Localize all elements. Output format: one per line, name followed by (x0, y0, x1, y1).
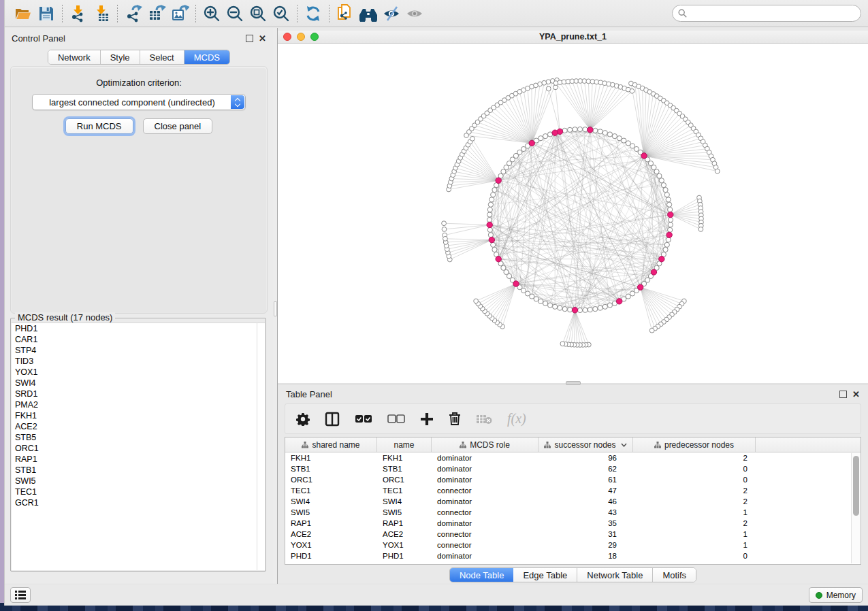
table-row[interactable]: ACE2ACE2connector311 (285, 529, 861, 540)
delete-column-button[interactable] (449, 412, 461, 426)
mcds-result-item[interactable]: PMA2 (12, 399, 265, 410)
mcds-result-item[interactable]: ORC1 (12, 443, 265, 454)
dropdown-stepper-icon (231, 95, 244, 109)
network-canvas[interactable] (278, 44, 868, 383)
tree-icon (544, 442, 551, 448)
add-column-button[interactable] (420, 412, 434, 426)
column-header-MCDS-role[interactable]: MCDS role (432, 437, 539, 452)
mcds-result-item[interactable]: ACE2 (12, 421, 265, 432)
table-row[interactable]: TEC1TEC1connector472 (285, 485, 861, 496)
close-panel-button[interactable]: Close panel (143, 118, 213, 134)
mcds-result-item[interactable]: STB1 (12, 465, 265, 476)
zoom-out-button[interactable] (223, 3, 246, 24)
table-row[interactable]: RAP1RAP1dominator352 (285, 518, 861, 529)
mcds-result-item[interactable]: SWI5 (12, 476, 265, 486)
task-history-button[interactable] (10, 587, 31, 603)
table-scrollbar[interactable] (851, 453, 860, 563)
eye-icon (405, 5, 424, 22)
mcds-result-item[interactable]: TID3 (12, 356, 265, 367)
mcds-result-item[interactable]: YOX1 (12, 367, 265, 378)
export-network-button[interactable] (122, 3, 145, 24)
run-mcds-button[interactable]: Run MCDS (65, 118, 133, 134)
export-image-button[interactable] (168, 3, 191, 24)
table-row[interactable]: PHD1PHD1dominator180 (285, 550, 861, 561)
show-panel-button[interactable] (403, 3, 426, 24)
vertical-splitter[interactable] (273, 28, 278, 584)
search-icon (678, 9, 687, 18)
control-panel-header: Control Panel ✕ (5, 31, 273, 46)
export-table-button[interactable] (145, 3, 168, 24)
table-settings-button[interactable] (296, 412, 310, 426)
column-header-successor-nodes[interactable]: successor nodes (539, 437, 633, 452)
select-all-button[interactable] (355, 414, 372, 424)
tab-style[interactable]: Style (101, 50, 140, 64)
memory-button[interactable]: Memory (809, 587, 863, 603)
table-panel-header: Table Panel ✕ (278, 386, 868, 401)
save-button[interactable] (35, 3, 58, 24)
refresh-button[interactable] (302, 3, 325, 24)
import-table-button[interactable] (90, 3, 113, 24)
splitter-grip[interactable] (274, 301, 277, 316)
table-row[interactable]: FKH1FKH1dominator962 (285, 452, 861, 463)
checkboxes-unchecked-icon (387, 414, 405, 424)
float-panel-icon[interactable] (839, 391, 847, 398)
mcds-list-scrollbar[interactable] (257, 323, 257, 570)
float-panel-icon[interactable] (246, 35, 253, 42)
mcds-result-item[interactable]: STB5 (12, 432, 265, 443)
hide-panel-button[interactable] (380, 3, 403, 24)
table-row[interactable]: YOX1YOX1connector291 (285, 540, 861, 550)
mcds-result-item[interactable]: PHD1 (12, 323, 265, 334)
cell-successor-nodes: 35 (539, 518, 633, 529)
mcds-result-list[interactable]: PHD1CAR1STP4TID3YOX1SWI4SRD1PMA2FKH1ACE2… (12, 323, 265, 570)
delete-table-button[interactable] (476, 414, 492, 425)
zoom-fit-icon (249, 5, 267, 22)
mcds-result-item[interactable]: GCR1 (12, 497, 265, 508)
mcds-result-item[interactable]: SRD1 (12, 389, 265, 399)
search-network-button[interactable] (357, 3, 380, 24)
cell-MCDS-role: connector (432, 540, 539, 550)
tab-select[interactable]: Select (140, 50, 184, 64)
close-panel-icon[interactable]: ✕ (852, 391, 860, 398)
table-row[interactable]: STB1STB1dominator620 (285, 463, 861, 474)
cell-successor-nodes: 62 (539, 463, 633, 474)
table-row[interactable]: ORC1ORC1dominator610 (285, 474, 861, 485)
toolbar-separator (62, 5, 63, 22)
column-selector-button[interactable] (325, 412, 340, 427)
zoom-fit-button[interactable] (246, 3, 270, 24)
column-header-predecessor-nodes[interactable]: predecessor nodes (633, 437, 756, 452)
optimization-criterion-dropdown[interactable]: largest connected component (undirected) (32, 94, 246, 110)
tab-network-table[interactable]: Network Table (577, 568, 653, 582)
cell-name: TEC1 (377, 485, 432, 496)
function-builder-button[interactable]: f(x) (507, 411, 526, 427)
zoom-in-button[interactable] (200, 3, 223, 24)
clone-network-button[interactable] (334, 3, 357, 24)
search-input[interactable] (672, 5, 861, 22)
tab-edge-table[interactable]: Edge Table (513, 568, 577, 582)
tab-mcds[interactable]: MCDS (184, 50, 229, 64)
import-network-button[interactable] (67, 3, 90, 24)
mcds-result-item[interactable]: CAR1 (12, 334, 265, 345)
zoom-selected-icon (272, 5, 290, 22)
close-panel-icon[interactable]: ✕ (259, 35, 266, 42)
scrollbar-thumb[interactable] (853, 456, 859, 516)
network-graph[interactable] (278, 44, 867, 383)
column-header-shared-name[interactable]: shared name (285, 437, 377, 452)
tab-network[interactable]: Network (48, 50, 101, 64)
open-folder-icon (14, 5, 32, 22)
column-header-name[interactable]: name (377, 437, 432, 452)
mcds-result-item[interactable]: FKH1 (12, 410, 265, 421)
mcds-result-item[interactable]: TEC1 (12, 486, 265, 497)
mcds-result-item[interactable]: SWI4 (12, 378, 265, 389)
deselect-all-button[interactable] (387, 414, 405, 424)
tab-motifs[interactable]: Motifs (653, 568, 696, 582)
cell-shared-name: RAP1 (285, 518, 377, 529)
table-row[interactable]: SWI5SWI5connector431 (285, 507, 861, 518)
mcds-result-item[interactable]: RAP1 (12, 454, 265, 465)
cell-predecessor-nodes: 1 (633, 529, 756, 540)
mcds-result-item[interactable]: STP4 (12, 345, 265, 356)
cell-MCDS-role: dominator (432, 452, 539, 463)
tab-node-table[interactable]: Node Table (450, 568, 514, 582)
table-row[interactable]: SWI4SWI4dominator462 (285, 496, 861, 507)
open-button[interactable] (12, 3, 35, 24)
zoom-selected-button[interactable] (270, 3, 293, 24)
